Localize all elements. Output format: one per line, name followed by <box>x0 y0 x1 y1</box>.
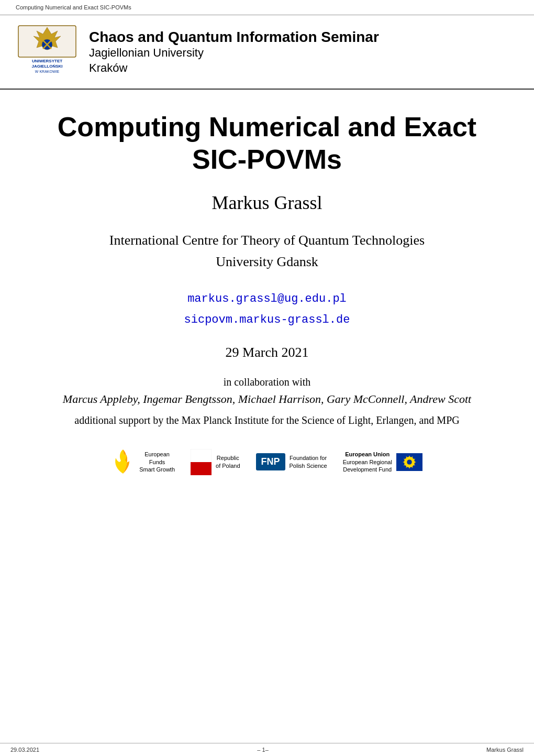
links-block: markus.grassl@ug.edu.pl sicpovm.markus-g… <box>31 289 503 330</box>
eu-funds-icon-svg <box>112 447 135 476</box>
footer-author: Markus Grassl <box>486 747 524 753</box>
eu-funds-text: European Funds Smart Growth <box>139 451 175 473</box>
institution-line1: International Centre for Theory of Quant… <box>31 229 503 251</box>
footer-date: 29.03.2021 <box>10 747 39 753</box>
fnp-badge: FNP <box>256 453 285 470</box>
header-text: Chaos and Quantum Information Seminar Ja… <box>89 28 379 76</box>
bottom-bar: 29.03.2021 – 1– Markus Grassl <box>0 743 534 756</box>
fnp-text: Foundation for Polish Science <box>290 454 327 469</box>
website-link[interactable]: sicpovm.markus-grassl.de <box>31 310 503 331</box>
breadcrumb: Computing Numerical and Exact SIC-POVMs <box>0 0 534 15</box>
header-section: UNIWERSYTET JAGIELLOŃSKI W KRAKOWIE Chao… <box>0 15 534 90</box>
eu-erdf-text: European Union European Regional Develop… <box>343 451 392 473</box>
author-name: Markus Grassl <box>31 192 503 214</box>
svg-text:JAGIELLOŃSKI: JAGIELLOŃSKI <box>31 64 62 69</box>
presentation-title: Computing Numerical and Exact SIC-POVMs <box>31 111 503 176</box>
university-name: Jagiellonian University <box>89 46 379 61</box>
email-link[interactable]: markus.grassl@ug.edu.pl <box>31 289 503 310</box>
collaboration-block: in collaboration with Marcus Appleby, In… <box>31 376 503 406</box>
city-name: Kraków <box>89 61 379 76</box>
collab-names: Marcus Appleby, Ingemar Bengtsson, Micha… <box>31 392 503 406</box>
jagiellonian-logo-svg: UNIWERSYTET JAGIELLOŃSKI W KRAKOWIE <box>16 25 79 77</box>
eu-flag-svg <box>396 453 422 471</box>
seminar-title: Chaos and Quantum Information Seminar <box>89 28 379 46</box>
institution-block: International Centre for Theory of Quant… <box>31 229 503 273</box>
university-logo: UNIWERSYTET JAGIELLOŃSKI W KRAKOWIE <box>16 25 79 79</box>
support-line: additional support by the Max Planck Ins… <box>31 414 503 426</box>
institution-line2: University Gdansk <box>31 251 503 273</box>
svg-rect-10 <box>191 462 212 475</box>
collab-label: in collaboration with <box>31 376 503 388</box>
footer-page: – 1– <box>257 747 268 753</box>
eu-erdf-logo: European Union European Regional Develop… <box>343 451 422 473</box>
poland-text: Republic of Poland <box>216 454 240 469</box>
poland-logo: Republic of Poland <box>191 449 240 475</box>
main-content: Computing Numerical and Exact SIC-POVMs … <box>0 90 534 492</box>
eu-funds-logo: European Funds Smart Growth <box>112 447 175 476</box>
logos-section: European Funds Smart Growth Republic of … <box>31 442 503 481</box>
date-line: 29 March 2021 <box>31 345 503 360</box>
svg-text:UNIWERSYTET: UNIWERSYTET <box>32 59 62 63</box>
fnp-logo: FNP Foundation for Polish Science <box>256 453 327 470</box>
poland-flag-svg <box>191 449 212 475</box>
svg-text:W KRAKOWIE: W KRAKOWIE <box>35 70 60 73</box>
